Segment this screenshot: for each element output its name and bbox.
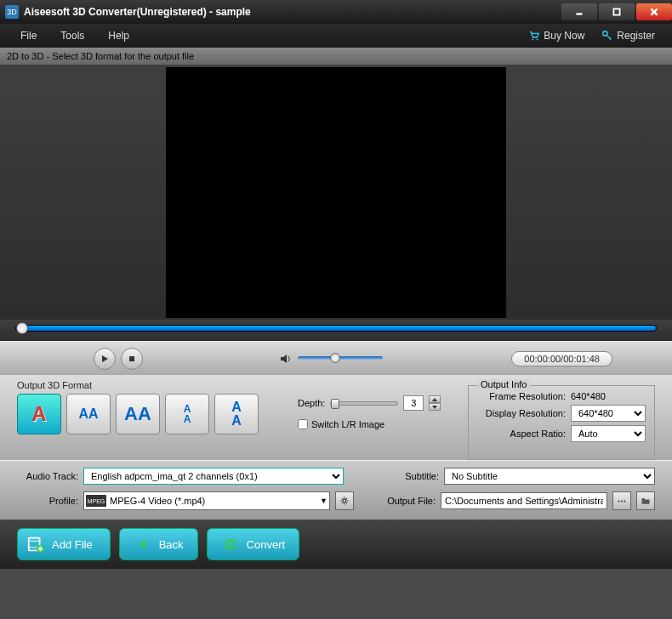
volume-slider[interactable] [298,356,383,361]
lower-settings: Audio Track: English adpcm_ima_qt 2 chan… [0,460,672,520]
menu-help[interactable]: Help [96,30,141,42]
maximize-button[interactable] [599,3,635,20]
output-info-group: Output Info Frame Resolution: 640*480 Di… [468,385,655,460]
titlebar: 3D Aiseesoft 3D Converter(Unregistered) … [0,0,672,24]
menu-file[interactable]: File [9,30,48,42]
menu-tools[interactable]: Tools [48,30,96,42]
svg-marker-10 [432,398,437,401]
folder-icon [641,496,651,506]
svg-marker-11 [432,406,437,409]
info-bar: 2D to 3D - Select 3D format for the outp… [0,48,672,65]
output-3d-format: Output 3D Format A AA AA AA AA [17,380,289,460]
depth-value[interactable]: 3 [403,395,424,411]
svg-rect-8 [129,356,134,361]
audio-track-select[interactable]: English adpcm_ima_qt 2 channels (0x1) [83,468,344,485]
aspect-ratio-label: Aspect Ratio: [477,429,571,439]
settings-panel: Output 3D Format A AA AA AA AA Depth: 3 … [0,375,672,460]
depth-label: Depth: [298,398,325,408]
menubar: File Tools Help Buy Now Register [0,24,672,48]
close-button[interactable] [636,3,672,20]
audio-track-label: Audio Track: [17,471,78,481]
convert-button[interactable]: Convert [207,528,300,560]
display-res-select[interactable]: 640*480 [571,405,646,422]
output-file-field[interactable] [441,492,607,509]
add-file-button[interactable]: Add File [17,528,111,560]
depth-thumb[interactable] [331,399,339,409]
svg-marker-7 [102,355,108,362]
display-res-label: Display Resolution: [477,408,571,418]
seek-thumb[interactable] [16,322,28,334]
output-file-more-button[interactable]: ⋯ [612,491,631,510]
profile-label: Profile: [17,496,78,506]
output-file-label: Output File: [379,496,436,506]
time-display: 00:00:00/00:01:48 [511,351,612,366]
profile-badge-icon: MPEG [86,495,106,507]
switch-lr-label: Switch L/R Image [311,419,384,429]
buy-now-button[interactable]: Buy Now [520,30,593,42]
seekbar[interactable] [0,320,672,341]
profile-settings-button[interactable] [335,491,354,510]
frame-res-value: 640*480 [571,391,646,401]
register-button[interactable]: Register [593,30,663,42]
window-title: Aiseesoft 3D Converter(Unregistered) - s… [24,6,560,18]
output-file-browse-button[interactable] [636,491,655,510]
app-logo-icon: 3D [5,5,19,19]
aspect-ratio-select[interactable]: Auto [571,425,646,442]
gear-icon [339,496,350,506]
format-tb-half-button[interactable]: AA [165,394,209,434]
svg-rect-1 [613,9,619,14]
back-button[interactable]: Back [119,528,198,560]
format-sbs-half-button[interactable]: AA [66,394,111,434]
key-icon [601,30,613,42]
output-info-label: Output Info [477,379,530,389]
speaker-icon[interactable] [279,352,293,366]
video-preview [166,67,506,318]
seek-track[interactable] [15,325,657,332]
arrow-left-icon [134,535,152,554]
depth-down-button[interactable] [429,403,441,411]
subtitle-label: Subtitle: [388,471,439,481]
depth-up-button[interactable] [429,395,441,403]
subtitle-select[interactable]: No Subtitle [444,468,655,485]
format-label: Output 3D Format [17,380,289,390]
preview-area [0,65,672,320]
frame-res-label: Frame Resolution: [477,391,571,401]
format-tb-full-button[interactable]: AA [214,394,259,434]
play-button[interactable] [94,348,116,370]
switch-lr-checkbox[interactable] [298,419,308,429]
cart-icon [528,30,540,42]
film-plus-icon [26,535,45,554]
depth-slider[interactable] [330,401,398,406]
svg-point-4 [532,39,534,41]
svg-point-5 [537,39,538,41]
window-buttons [560,3,672,20]
volume-thumb[interactable] [330,353,340,363]
profile-select[interactable]: MPEG MPEG-4 Video (*.mp4) ▼ [83,491,330,510]
refresh-icon [221,535,240,554]
svg-marker-9 [281,355,287,363]
volume-control [279,352,383,366]
stop-button[interactable] [121,348,143,370]
format-anaglyph-button[interactable]: A [17,394,61,434]
minimize-button[interactable] [561,3,597,20]
depth-control: Depth: 3 Switch L/R Image [298,380,459,460]
format-sbs-full-button[interactable]: AA [116,394,160,434]
playback-controls: 00:00:00/00:01:48 [0,341,672,375]
bottom-bar: Add File Back Convert [0,520,672,569]
svg-point-12 [343,499,346,503]
